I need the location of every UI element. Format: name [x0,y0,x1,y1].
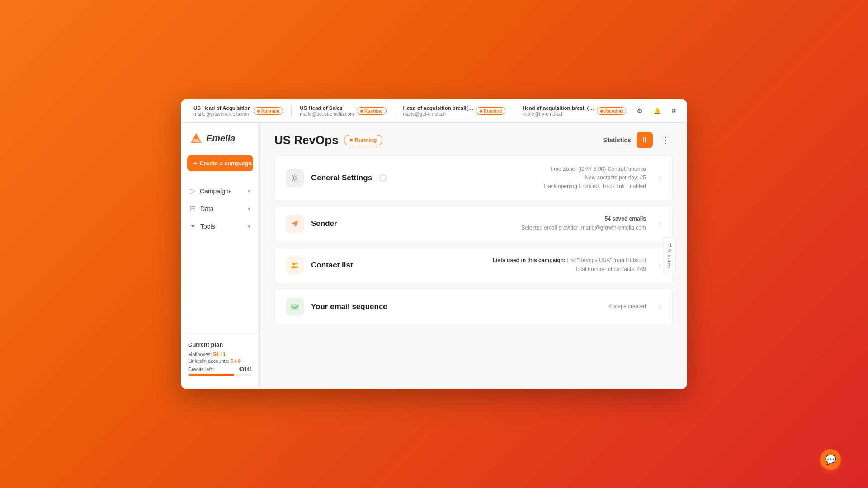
card-chevron-general-settings[interactable]: › [659,173,661,183]
nav-label-0: Campaigns [200,188,232,195]
settings-icon-btn[interactable]: ⚙ [633,105,646,117]
card-title-general-settings: General Settings [311,174,372,183]
card-icon-email-sequence [286,298,304,316]
sidebar-item-campaigns[interactable]: ▷ Campaigns ▾ [181,182,259,200]
tab-status-3: Running [604,108,623,113]
card-meta-general-settings: Time Zone: (GMT-6:00) Central AmericaNew… [543,165,646,191]
card-contact-list[interactable]: Contact list Lists used in this campaign… [274,247,673,284]
notification-icon-btn[interactable]: 🔔 [651,105,663,117]
page-title: US RevOps [274,133,339,147]
campaign-tab-1[interactable]: US Head of Sales marie@boost-emelia.com … [294,103,392,119]
svg-point-4 [292,263,295,265]
sidebar-item-data[interactable]: ⊟ Data ▾ [181,200,259,217]
tab-running-badge-0: Running [254,107,283,115]
svg-point-3 [293,177,296,179]
linkedin-row: Linkedin accounts: 6 / 0 [188,358,252,364]
activities-icon: ⇄ [666,243,672,247]
card-sender[interactable]: Sender 54 saved emailsSelected email pro… [274,205,673,242]
tab-email-1: marie@boost-emelia.com [300,111,354,117]
running-label: Running [355,137,377,143]
running-badge: Running [344,135,383,145]
card-meta-line-2-1: Total number of contacts: 469 [493,265,646,274]
nav-chevron-1: ▾ [248,206,250,212]
tab-status-2: Running [484,108,502,113]
tab-email-3: marie@try-emelia.fr [522,111,564,117]
tab-running-dot-0 [257,110,260,113]
content-area: US RevOps Running Statistics ⏸ ⋮ [260,123,687,389]
credits-value: 43141 [238,366,252,372]
card-meta-line-0-1: New contacts per day: 25 [543,174,646,182]
logo-text: Emelia [206,133,235,144]
logo-icon [190,132,203,145]
card-meta-line-1-1: Selected email provider: marie@growth-em… [521,224,646,232]
tab-bar: US Head of Acquisition marie@growth-emel… [181,99,687,123]
sidebar-item-tools[interactable]: ✦ Tools ▾ [181,217,259,235]
tab-title-1: US Head of Sales [300,105,343,111]
card-chevron-email-sequence[interactable]: › [659,302,661,311]
more-options-button[interactable]: ⋮ [658,133,673,147]
tab-running-dot-1 [360,110,363,113]
card-chevron-contact-list[interactable]: › [659,260,661,270]
tab-title-3: Head of acquisition bresil (… [522,105,594,111]
running-dot [350,139,353,141]
tab-email-0: marie@growth-emelia.com [193,111,250,117]
card-meta-email-sequence: 4 steps created [609,302,646,311]
pause-button[interactable]: ⏸ [637,132,653,148]
tab-status-1: Running [364,108,383,113]
create-campaign-button[interactable]: + Create a campaign [187,155,253,171]
cards-container: General Settings Time Zone: (GMT-6:00) C… [260,155,687,330]
svg-point-2 [195,136,198,139]
nav-label-1: Data [200,205,214,212]
sidebar-bottom: Current plan Mailboxes: 54 / 1 Linkedin … [181,333,259,380]
card-radio-general-settings[interactable] [379,174,387,182]
tab-title-2: Head of acquisition bresil(… [403,105,473,111]
activities-tab[interactable]: ⇄ Activities [663,237,675,274]
tab-email-2: marie@get-emelia.fr [403,111,446,117]
credits-label: Credits left : [188,366,215,372]
card-title-email-sequence: Your email sequence [311,302,387,311]
nav-icon-1: ⊟ [190,204,196,213]
card-meta-line-0-0: Time Zone: (GMT-6:00) Central America [543,165,646,174]
card-title-contact-list: Contact list [311,261,353,270]
nav-chevron-0: ▾ [248,188,250,194]
tab-running-badge-2: Running [476,107,506,115]
card-meta-line-1-0: 54 saved emails [521,215,646,223]
tab-bar-right: ⚙ 🔔 ⊞ EN TH [633,104,687,118]
credits-row: Credits left : 43141 [188,366,252,372]
grid-icon-btn[interactable]: ⊞ [668,105,680,117]
campaign-tab-0[interactable]: US Head of Acquisition marie@growth-emel… [188,103,288,119]
campaign-tab-2[interactable]: Head of acquisition bresil(… marie@get-e… [398,103,511,119]
tab-running-dot-2 [480,110,482,113]
language-button[interactable]: EN [685,106,687,116]
card-icon-sender [286,215,304,233]
card-email-sequence[interactable]: Your email sequence 4 steps created › [274,288,673,325]
header-right: Statistics ⏸ ⋮ [603,132,673,148]
card-meta-line-3-0: 4 steps created [609,302,646,311]
nav-chevron-2: ▾ [248,223,250,230]
card-title-sender: Sender [311,219,337,228]
card-chevron-sender[interactable]: › [659,219,661,228]
pause-icon: ⏸ [641,136,648,144]
card-meta-line-2-0: Lists used in this campaign: List "Revop… [493,256,646,265]
plus-icon: + [193,160,197,167]
card-meta-contact-list: Lists used in this campaign: List "Revop… [493,256,646,273]
nav-icon-2: ✦ [190,222,196,230]
tab-running-badge-3: Running [597,107,627,115]
card-icon-contact-list [286,256,304,274]
nav-label-2: Tools [200,223,215,230]
credits-progress-bar [188,374,252,376]
tab-running-dot-3 [600,110,603,113]
activities-label: Activities [667,249,672,268]
campaign-tab-3[interactable]: Head of acquisition bresil (… marie@try-… [517,103,632,119]
logo: Emelia [181,132,259,155]
tab-status-0: Running [261,108,280,113]
statistics-link[interactable]: Statistics [603,136,631,144]
card-icon-general-settings [286,169,304,187]
tab-running-badge-1: Running [357,107,387,115]
chat-icon: 💬 [825,454,836,465]
credits-progress-fill [188,374,234,376]
card-general-settings[interactable]: General Settings Time Zone: (GMT-6:00) C… [274,155,673,201]
nav-icon-0: ▷ [190,187,195,195]
card-meta-line-0-2: Track opening Enabled, Track link Enable… [543,182,646,191]
chat-button[interactable]: 💬 [820,449,841,470]
